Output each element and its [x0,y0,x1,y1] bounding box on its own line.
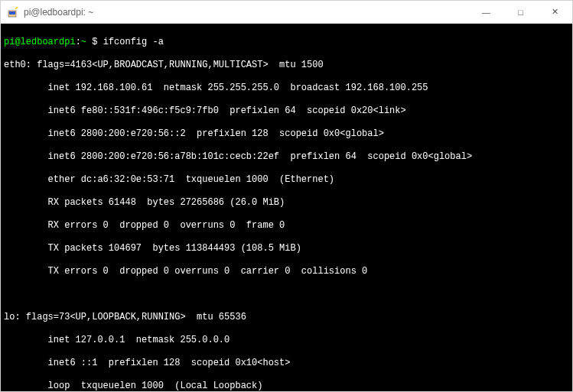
command-text: ifconfig -a [103,37,164,47]
prompt-sep: : [76,37,81,47]
terminal-pane[interactable]: pi@ledboardpi:~ $ ifconfig -a eth0: flag… [1,24,572,391]
output-line: inet6 2800:200:e720:56:a78b:101c:cecb:22… [4,151,569,163]
output-line: eth0: flags=4163<UP,BROADCAST,RUNNING,MU… [4,60,569,71]
prompt-path: ~ [81,37,86,47]
putty-icon [7,6,19,18]
output-line: inet 192.168.100.61 netmask 255.255.255.… [4,83,569,94]
svg-line-2 [15,7,18,9]
prompt-line: pi@ledboardpi:~ $ ifconfig -a [4,37,569,48]
minimize-button[interactable]: — [469,1,503,23]
output-line: TX errors 0 dropped 0 overruns 0 carrier… [4,266,569,277]
output-line: inet 127.0.0.1 netmask 255.0.0.0 [4,335,569,346]
window-controls: — □ ✕ [469,1,572,23]
output-line: ether dc:a6:32:0e:53:71 txqueuelen 1000 … [4,174,569,186]
output-line: TX packets 104697 bytes 113844493 (108.5… [4,243,569,254]
close-button[interactable]: ✕ [538,1,572,23]
window-title: pi@ledboardpi: ~ [24,7,469,18]
output-line: inet6 ::1 prefixlen 128 scopeid 0x10<hos… [4,358,569,369]
output-line: loop txqueuelen 1000 (Local Loopback) [4,381,569,391]
output-line: RX errors 0 dropped 0 overruns 0 frame 0 [4,220,569,232]
titlebar[interactable]: pi@ledboardpi: ~ — □ ✕ [1,1,572,24]
output-line: lo: flags=73<UP,LOOPBACK,RUNNING> mtu 65… [4,312,569,323]
putty-window: pi@ledboardpi: ~ — □ ✕ pi@ledboardpi:~ $… [0,0,573,392]
maximize-button[interactable]: □ [503,1,538,23]
output-line: RX packets 61448 bytes 27265686 (26.0 Mi… [4,197,569,209]
prompt-userhost: pi@ledboardpi [4,37,76,47]
output-line: inet6 fe80::531f:496c:f5c9:7fb0 prefixle… [4,105,569,117]
output-line: inet6 2800:200:e720:56::2 prefixlen 128 … [4,128,569,140]
blank-line [4,289,569,300]
svg-rect-1 [9,11,15,15]
prompt-marker: $ [86,37,103,47]
